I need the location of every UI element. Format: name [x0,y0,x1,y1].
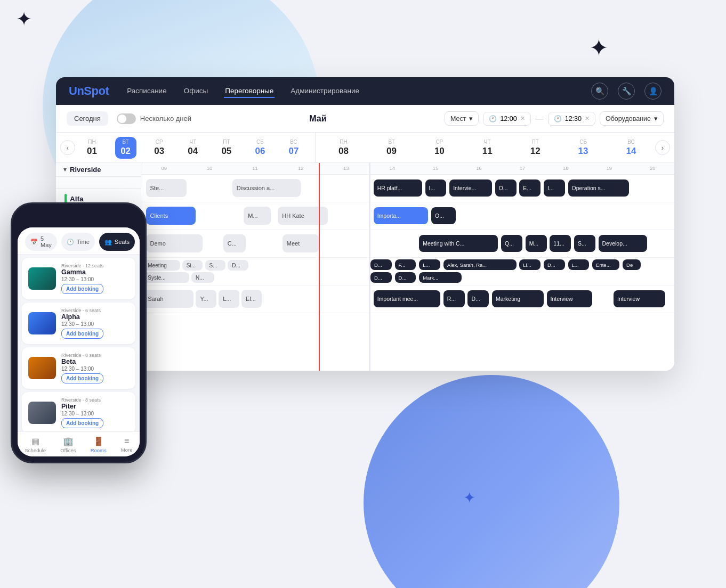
desktop-app: UnSpot Расписание Офисы Переговорные Адм… [56,77,674,371]
event-d6[interactable]: D... [467,290,489,307]
date-sun-14[interactable]: вс 14 [620,137,642,159]
time-to-clear[interactable]: ✕ [585,115,590,122]
event-i1[interactable]: I... [425,179,447,197]
event-clients[interactable]: Clients [146,207,196,225]
event-discussion[interactable]: Discussion a... [232,179,301,197]
date-mon-08[interactable]: пн 08 [333,137,354,159]
today-button[interactable]: Сегодня [67,111,108,126]
days-toggle[interactable] [117,113,136,124]
event-s1[interactable]: S... [205,260,225,271]
search-button[interactable]: 🔍 [591,83,608,100]
date-wed-03[interactable]: ср 03 [149,137,170,159]
event-syste[interactable]: Syste... [143,272,189,283]
event-mark[interactable]: Mark... [419,272,462,283]
event-d4[interactable]: D... [370,272,392,283]
phone-nav-offices[interactable]: 🏢 Offices [60,436,76,453]
event-e1[interactable]: E... [519,179,541,197]
phone-tab-date[interactable]: 📅 5 May [25,233,57,251]
date-sat-06[interactable]: сб 06 [249,137,271,159]
next-week-arrow[interactable]: › [655,140,670,155]
date-tue-09[interactable]: вт 09 [381,137,402,159]
user-button[interactable]: 👤 [644,83,662,100]
event-r1[interactable]: R... [443,290,465,307]
event-l2[interactable]: L... [419,259,440,270]
event-el1[interactable]: El... [241,290,262,308]
event-alexsarah[interactable]: Alex, Sarah, Ra... [443,259,517,270]
date-fri-12[interactable]: пт 12 [525,137,546,159]
event-n1[interactable]: N... [191,272,214,283]
event-f1[interactable]: F... [395,259,416,270]
event-o2[interactable]: O... [431,207,456,224]
nav-admin[interactable]: Администрирование [289,85,360,98]
event-meetingwithc[interactable]: Meeting with C... [419,235,498,252]
event-l1[interactable]: L... [219,290,239,308]
event-11[interactable]: 11... [550,235,571,252]
calendar-icon: 📅 [30,239,38,246]
event-o1[interactable]: O... [495,179,517,197]
event-i2[interactable]: I... [544,179,565,197]
event-y1[interactable]: Y... [196,290,216,308]
event-d2[interactable]: D... [370,259,392,270]
event-importa[interactable]: Importa... [374,207,429,224]
event-c1[interactable]: C... [223,234,246,252]
current-time-line [319,163,320,371]
phone-nav-rooms[interactable]: 🚪 Rooms [91,436,107,453]
time-from-clear[interactable]: ✕ [520,115,525,122]
date-wed-10[interactable]: ср 10 [429,137,450,159]
phone-add-piter-button[interactable]: Add booking [61,418,103,428]
event-sarah[interactable]: Sarah [143,290,193,308]
event-meet[interactable]: Meet [283,234,319,252]
date-tue-02[interactable]: вт 02 [115,137,136,159]
nav-rooms[interactable]: Переговорные [224,85,275,98]
clock-icon-phone: 🕐 [67,239,74,246]
date-sat-13[interactable]: сб 13 [572,137,594,159]
event-li1[interactable]: Li... [519,259,541,270]
phone-add-alpha-button[interactable]: Add booking [61,329,103,339]
event-l3[interactable]: L... [568,259,590,270]
event-s2[interactable]: S... [574,235,595,252]
event-interview1[interactable]: Interview [547,290,593,307]
prev-week-arrow[interactable]: ‹ [60,140,75,155]
date-fri-05[interactable]: пт 05 [216,137,237,159]
phone-nav-schedule[interactable]: ▦ Schedule [25,436,46,453]
event-d1[interactable]: D... [228,260,248,271]
event-intervie[interactable]: Intervie... [449,179,492,197]
event-interview2[interactable]: Interview [614,290,665,307]
settings-button[interactable]: 🔧 [618,83,635,100]
event-si[interactable]: Si... [182,260,203,271]
date-thu-11[interactable]: чт 11 [477,137,498,159]
phone-next-icon[interactable]: › [139,233,140,251]
phone-tab-time[interactable]: 🕐 Time [61,233,95,251]
place-filter[interactable]: Мест ▾ [445,111,479,126]
time-grid-left: 09 10 11 12 13 Ste... Discussion a... Cl… [141,163,370,371]
event-develop[interactable]: Develop... [599,235,647,252]
event-ente[interactable]: Ente... [592,259,619,270]
phone-add-gamma-button[interactable]: Add booking [61,284,103,294]
date-thu-04[interactable]: чт 04 [182,137,204,159]
event-de[interactable]: De [623,259,641,270]
date-mon-01[interactable]: пн 01 [82,137,103,159]
location-chevron[interactable]: ▾ [63,166,67,173]
nav-offices[interactable]: Офисы [183,85,209,98]
phone-tab-seats[interactable]: 👥 Seats [99,233,135,251]
event-q1[interactable]: Q... [501,235,522,252]
equipment-filter[interactable]: Оборудование ▾ [600,111,664,126]
event-ste[interactable]: Ste... [146,179,187,197]
phone-add-beta-button[interactable]: Add booking [61,373,103,383]
event-importantmee[interactable]: Important mee... [374,290,440,307]
event-m2[interactable]: M... [526,235,547,252]
event-marketing[interactable]: Marketing [492,290,544,307]
phone-nav-more[interactable]: ≡ More [121,436,133,453]
event-d3[interactable]: D... [544,259,565,270]
time-to-filter[interactable]: 🕐 12:30 ✕ [548,112,595,126]
event-m1[interactable]: M... [244,207,271,225]
event-d5[interactable]: D... [395,272,416,283]
nav-schedule[interactable]: Расписание [126,85,167,98]
event-demo[interactable]: Demo [146,234,203,252]
event-hhkate[interactable]: HH Kate [278,207,328,225]
event-hrplatf[interactable]: HR platf... [374,179,422,197]
date-sun-07[interactable]: вс 07 [283,137,304,159]
event-operation[interactable]: Operation s... [568,179,629,197]
event-meeting[interactable]: Meeting [143,260,180,271]
time-from-filter[interactable]: 🕐 12:00 ✕ [483,112,530,126]
